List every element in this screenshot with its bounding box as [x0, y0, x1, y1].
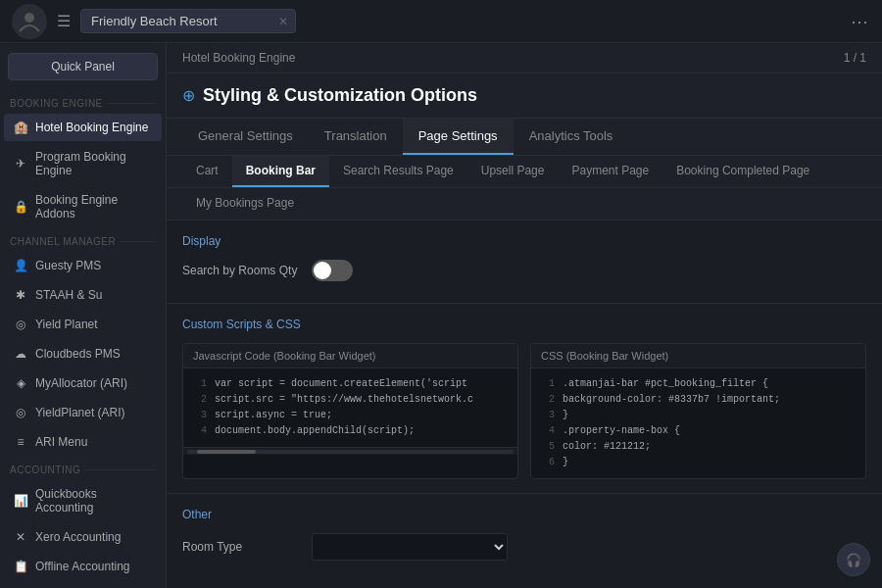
diamond-icon: ◈ — [14, 376, 27, 390]
headset-icon: 🎧 — [846, 553, 861, 567]
display-section-title: Display — [182, 234, 866, 248]
code-blocks: Javascript Code (Booking Bar Widget) 1va… — [182, 343, 866, 479]
sub-tab-upsell[interactable]: Upsell Page — [467, 156, 559, 187]
tab-translation[interactable]: Translation — [309, 119, 403, 155]
room-type-select[interactable] — [312, 533, 508, 561]
search-rooms-row: Search by Rooms Qty — [182, 260, 866, 281]
sidebar-item-staah[interactable]: ✱ STAAH & Su — [4, 281, 162, 309]
sub-tab-booking-bar[interactable]: Booking Bar — [232, 156, 329, 187]
custom-scripts-title: Custom Scripts & CSS — [182, 318, 866, 331]
cloud-icon: ☁ — [14, 347, 27, 361]
svg-point-0 — [24, 13, 34, 23]
js-code-content[interactable]: 1var script = document.createElement('sc… — [183, 368, 517, 447]
sidebar-item-quickbooks[interactable]: 📊 Quickbooks Accounting — [4, 480, 162, 521]
search-input[interactable] — [80, 9, 296, 33]
content-header: Hotel Booking Engine 1 / 1 — [167, 43, 882, 74]
search-rooms-label: Search by Rooms Qty — [182, 264, 300, 277]
page-number: 1 / 1 — [844, 51, 866, 65]
room-type-row: Room Type — [182, 533, 866, 561]
sub-tab-cart[interactable]: Cart — [182, 156, 232, 187]
page-content: Cart Booking Bar Search Results Page Ups… — [167, 156, 882, 588]
asterisk-icon: ✱ — [14, 288, 27, 302]
menu-icon: ≡ — [14, 435, 27, 449]
custom-scripts-section: Custom Scripts & CSS Javascript Code (Bo… — [167, 304, 882, 494]
sidebar: Quick Panel Booking Engine 🏨 Hotel Booki… — [0, 43, 167, 588]
js-code-block: Javascript Code (Booking Bar Widget) 1va… — [182, 343, 518, 479]
search-clear-icon[interactable]: ✕ — [278, 15, 288, 28]
sidebar-section-booking-engine: Booking Engine — [0, 90, 166, 113]
lock-icon: 🔒 — [14, 200, 27, 214]
search-wrap: ✕ — [80, 9, 296, 33]
sidebar-section-accounting: Accounting — [0, 457, 166, 479]
more-options-icon[interactable]: ⋯ — [851, 11, 870, 32]
clipboard-icon: 📋 — [14, 560, 27, 573]
toggle-knob — [314, 262, 331, 279]
sidebar-item-booking-addons[interactable]: 🔒 Booking Engine Addons — [4, 186, 162, 227]
sidebar-item-yield-planet[interactable]: ◎ Yield Planet — [4, 311, 162, 338]
logo — [12, 4, 47, 39]
person-icon: 👤 — [14, 259, 27, 272]
breadcrumb: Hotel Booking Engine — [182, 51, 295, 65]
main-tabs: General Settings Translation Page Settin… — [167, 119, 882, 156]
sidebar-item-guesty[interactable]: 👤 Guesty PMS — [4, 252, 162, 279]
sub-tabs-row2: My Bookings Page — [167, 188, 882, 220]
sidebar-section-payment-gateways: Payment Gateways — [0, 581, 166, 588]
sub-tab-search-results[interactable]: Search Results Page — [329, 156, 467, 187]
logo-image — [12, 4, 47, 39]
css-block-title: CSS (Booking Bar Widget) — [531, 344, 865, 368]
search-rooms-toggle[interactable] — [312, 260, 353, 281]
sub-tab-payment[interactable]: Payment Page — [558, 156, 662, 187]
tab-page-settings[interactable]: Page Settings — [403, 119, 514, 155]
sidebar-item-ari-menu[interactable]: ≡ ARI Menu — [4, 428, 162, 456]
sidebar-item-hotel-booking[interactable]: 🏨 Hotel Booking Engine — [4, 114, 162, 141]
sidebar-item-xero[interactable]: ✕ Xero Accounting — [4, 523, 162, 551]
css-code-content[interactable]: 1.atmanjai-bar #pct_booking_filter { 2 b… — [531, 368, 865, 478]
hotel-icon: 🏨 — [14, 121, 27, 134]
plane-icon: ✈ — [14, 157, 27, 171]
content-area: Hotel Booking Engine 1 / 1 ⊕ Styling & C… — [167, 43, 882, 588]
sidebar-item-yieldplanet-ari[interactable]: ◎ YieldPlanet (ARI) — [4, 399, 162, 426]
tab-general-settings[interactable]: General Settings — [182, 119, 309, 155]
sidebar-item-cloudbeds[interactable]: ☁ Cloudbeds PMS — [4, 340, 162, 368]
tab-analytics-tools[interactable]: Analytics Tools — [514, 119, 629, 155]
chart-icon: 📊 — [14, 494, 27, 508]
room-type-label: Room Type — [182, 540, 300, 554]
other-section-title: Other — [182, 508, 866, 521]
x-icon: ✕ — [14, 530, 27, 544]
display-section: Display Search by Rooms Qty — [167, 220, 882, 304]
other-section: Other Room Type — [167, 494, 882, 582]
topbar: ☰ ✕ ⋯ — [0, 0, 882, 43]
help-button[interactable]: 🎧 — [837, 543, 870, 576]
page-title-bar: ⊕ Styling & Customization Options — [167, 74, 882, 119]
ring-icon: ◎ — [14, 406, 27, 419]
sidebar-item-myallocator[interactable]: ◈ MyAllocator (ARI) — [4, 369, 162, 397]
plus-icon: ⊕ — [182, 86, 195, 105]
hamburger-icon[interactable]: ☰ — [57, 12, 71, 30]
sidebar-section-channel-manager: Channel Manager — [0, 228, 166, 251]
quick-panel-button[interactable]: Quick Panel — [8, 53, 158, 80]
js-block-title: Javascript Code (Booking Bar Widget) — [183, 344, 517, 368]
sub-tabs: Cart Booking Bar Search Results Page Ups… — [167, 156, 882, 188]
sidebar-item-offline-accounting[interactable]: 📋 Offline Accounting — [4, 553, 162, 580]
circle-icon: ◎ — [14, 318, 27, 331]
js-scrollbar[interactable] — [183, 447, 517, 455]
main-layout: Quick Panel Booking Engine 🏨 Hotel Booki… — [0, 43, 882, 588]
sub-tab-booking-completed[interactable]: Booking Completed Page — [662, 156, 823, 187]
sidebar-item-program-booking[interactable]: ✈ Program Booking Engine — [4, 143, 162, 184]
sub-tab-my-bookings[interactable]: My Bookings Page — [182, 188, 308, 220]
page-title: Styling & Customization Options — [203, 85, 477, 106]
css-code-block: CSS (Booking Bar Widget) 1.atmanjai-bar … — [530, 343, 866, 479]
